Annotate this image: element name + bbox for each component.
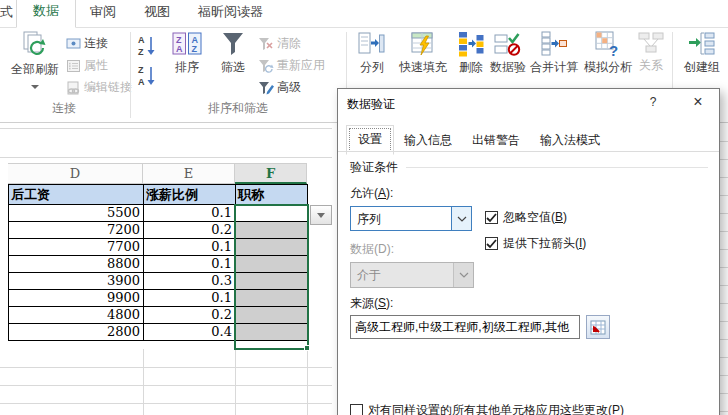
filter-icon (220, 36, 246, 50)
tab-foxit-reader[interactable]: 福昕阅读器 (184, 0, 277, 27)
cell-f-selected[interactable] (236, 239, 308, 256)
tab-data[interactable]: 数据 (16, 0, 76, 28)
help-button[interactable]: ? (638, 89, 668, 116)
cell-f-selected[interactable] (236, 256, 308, 273)
cell-e[interactable]: 0.1 (144, 205, 236, 222)
what-if-analysis-button[interactable]: ? 模拟分析 (582, 30, 634, 76)
what-if-analysis-icon: ? (594, 36, 622, 50)
reapply-filter-icon (258, 58, 274, 73)
cell-e[interactable]: 0.3 (144, 273, 236, 290)
column-header-f[interactable]: F (235, 163, 307, 184)
checkbox-checked-icon (485, 237, 498, 250)
create-group-icon (688, 36, 716, 50)
cell-e[interactable]: 0.2 (144, 222, 236, 239)
cell-e[interactable]: 0.2 (144, 307, 236, 324)
data-label: 数据(D): (350, 241, 394, 258)
source-label: 来源(S): (350, 295, 393, 312)
close-button[interactable]: × (678, 89, 718, 116)
sort-descending-icon: Z A (137, 64, 157, 87)
dialog-tabs: 设置 输入信息 出错警告 输入法模式 (346, 125, 610, 154)
apply-all-checkbox[interactable]: 对有同样设置的所有其他单元格应用这些更改(P) (350, 402, 624, 415)
cell-d[interactable]: 9900 (9, 290, 144, 307)
svg-text:?: ? (609, 42, 618, 58)
remove-duplicates-button[interactable]: 删除 (454, 30, 488, 76)
cell-f-selected[interactable] (236, 290, 308, 307)
cell-header-title[interactable]: 职称 (236, 185, 308, 205)
in-cell-dropdown-checkbox[interactable]: 提供下拉箭头(I) (485, 235, 586, 252)
sort-descending-button[interactable]: Z A (137, 64, 157, 87)
combo-arrow (453, 263, 473, 287)
cell-header-salary[interactable]: 后工资 (9, 185, 144, 205)
group-label-connections: 连接 (0, 100, 128, 118)
cell-f-selected[interactable] (236, 324, 308, 341)
checkbox-checked-icon (485, 211, 498, 224)
refresh-all-button[interactable]: 全部刷新 (6, 30, 64, 92)
cell-d[interactable]: 8800 (9, 256, 144, 273)
consolidate-button[interactable]: 合并计算 (528, 30, 580, 76)
sort-ascending-button[interactable]: A Z (137, 34, 157, 57)
tab-view[interactable]: 视图 (130, 0, 184, 27)
refresh-all-dropdown-caret[interactable] (31, 85, 39, 89)
cell-e[interactable]: 0.4 (144, 324, 236, 341)
group-cells-button[interactable]: 创建组 (678, 30, 726, 76)
gridline (0, 367, 332, 368)
remove-duplicates-icon (457, 36, 485, 50)
ignore-blank-label: 忽略空值(B) (503, 209, 567, 226)
excel-window: 式 数据 审阅 视图 福昕阅读器 全部刷新 (0, 0, 728, 415)
filter-button[interactable]: 筛选 (212, 30, 254, 76)
cell-e[interactable]: 0.1 (144, 256, 236, 273)
collapse-dialog-button[interactable] (586, 315, 610, 339)
cell-header-raise-ratio[interactable]: 涨薪比例 (144, 185, 236, 205)
cell-f-selected[interactable] (236, 307, 308, 324)
section-validation-criteria: 验证条件 (350, 159, 708, 176)
data-value: 介于 (351, 263, 453, 287)
svg-text:Z: Z (138, 65, 144, 75)
dialog-titlebar[interactable]: 数据验证 ? × (338, 89, 719, 116)
text-to-columns-button[interactable]: 分列 (352, 30, 392, 76)
cell-d[interactable]: 3900 (9, 273, 144, 290)
flash-fill-button[interactable]: 快速填充 (394, 30, 452, 76)
cell-f-selected[interactable] (236, 222, 308, 239)
cell-e[interactable]: 0.1 (144, 239, 236, 256)
allow-combobox[interactable]: 序列 (350, 206, 472, 231)
table-row: 7200 0.2 (9, 222, 308, 239)
svg-text:A: A (138, 77, 145, 87)
connections-button[interactable]: 连接 (66, 35, 108, 52)
table-row: 2800 0.4 (9, 324, 308, 341)
reapply-filter-button: 重新应用 (258, 57, 325, 74)
ignore-blank-checkbox[interactable]: 忽略空值(B) (485, 209, 567, 226)
cell-d[interactable]: 7200 (9, 222, 144, 239)
combo-arrow[interactable] (451, 207, 471, 230)
cell-f-selected[interactable] (236, 273, 308, 290)
connections-icon (66, 36, 81, 51)
properties-icon (66, 58, 81, 73)
cell-d[interactable]: 2800 (9, 324, 144, 341)
properties-button: 属性 (66, 57, 108, 74)
tab-review[interactable]: 审阅 (76, 0, 130, 27)
data-validation-button[interactable]: 数据验 (488, 30, 528, 76)
relationships-button: 关系 (634, 30, 668, 74)
sort-button[interactable]: Z A A Z 排序 (164, 30, 210, 76)
svg-text:Z: Z (192, 44, 198, 54)
cell-e[interactable]: 0.1 (144, 290, 236, 307)
table-row: 3900 0.3 (9, 273, 308, 290)
cell-f-active[interactable] (236, 205, 308, 222)
source-input[interactable] (350, 315, 580, 339)
column-header-d[interactable]: D (8, 163, 143, 184)
group-label-sort-filter: 排序和筛选 (132, 100, 344, 118)
fill-handle[interactable] (304, 345, 310, 351)
cell-d[interactable]: 5500 (9, 205, 144, 222)
tab-formulas-partial[interactable]: 式 (0, 0, 16, 27)
cell-d[interactable]: 4800 (9, 307, 144, 324)
column-header-e[interactable]: E (143, 163, 235, 184)
svg-text:A: A (138, 35, 145, 45)
data-validation-icon (494, 36, 522, 50)
sort-icon: Z A A Z (172, 36, 202, 50)
advanced-filter-button[interactable]: 高级 (258, 79, 301, 96)
cell-d[interactable]: 7700 (9, 239, 144, 256)
data-table: 后工资 涨薪比例 职称 5500 0.1 7200 0.2 7700 0.1 8… (8, 184, 308, 341)
gridline (0, 128, 332, 129)
validation-dropdown-button[interactable] (310, 205, 332, 225)
dialog-title: 数据验证 (347, 96, 395, 113)
gridline (0, 385, 332, 386)
